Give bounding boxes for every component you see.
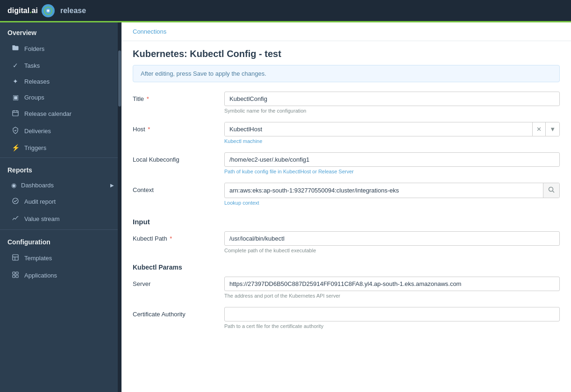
- local-kubeconfig-row: Local Kubeconfig Path of kube config fil…: [133, 152, 560, 174]
- host-field: ✕ ▼ Kubectl machine: [224, 122, 560, 144]
- context-row: Context Lookup context: [133, 183, 560, 206]
- release-calendar-label: Release calendar: [24, 110, 71, 117]
- input-section-title: Input: [121, 214, 571, 231]
- product-icon: [42, 4, 55, 17]
- sidebar-scrollbar-thumb: [118, 50, 121, 107]
- sidebar-item-triggers[interactable]: ⚡ Triggers: [0, 140, 121, 156]
- applications-label: Applications: [24, 272, 57, 279]
- main-layout: Overview Folders ✓ Tasks ✦ Releases ▣: [0, 22, 571, 392]
- sidebar: Overview Folders ✓ Tasks ✦ Releases ▣: [0, 22, 121, 392]
- kubectl-path-row: Kubectl Path * Complete path of the kube…: [133, 231, 560, 253]
- sidebar-item-release-calendar[interactable]: Release calendar: [0, 105, 121, 122]
- host-hint: Kubectl machine: [224, 138, 560, 144]
- title-hint: Symbolic name for the configuration: [224, 108, 560, 114]
- sidebar-item-releases[interactable]: ✦ Releases: [0, 73, 121, 89]
- host-clear-button[interactable]: ✕: [532, 122, 545, 136]
- svg-line-16: [553, 191, 555, 193]
- title-field: Symbolic name for the configuration: [224, 92, 560, 114]
- dashboards-left: ◉ Dashboards: [11, 182, 54, 189]
- audit-icon: [11, 197, 20, 206]
- svg-point-2: [47, 10, 49, 12]
- server-hint: The address and port of the Kubernetes A…: [224, 293, 560, 299]
- context-search-button[interactable]: [543, 183, 559, 198]
- tasks-label: Tasks: [24, 62, 40, 69]
- navbar: digital.ai release: [0, 0, 571, 22]
- folders-label: Folders: [24, 45, 44, 52]
- value-stream-label: Value stream: [24, 215, 60, 222]
- kubectl-path-field: Complete path of the kubectl executable: [224, 231, 560, 253]
- reports-header: Reports: [0, 160, 121, 178]
- main-content: Connections Kubernetes: Kubectl Config -…: [121, 22, 571, 392]
- title-input[interactable]: [224, 92, 560, 106]
- kubectl-path-input[interactable]: [224, 231, 560, 246]
- audit-report-label: Audit report: [24, 198, 56, 205]
- sidebar-item-applications[interactable]: Applications: [0, 267, 121, 284]
- breadcrumb-link[interactable]: Connections: [133, 28, 166, 35]
- title-row: Title * Symbolic name for the configurat…: [133, 92, 560, 114]
- svg-rect-12: [16, 272, 18, 274]
- configuration-header: Configuration: [0, 232, 121, 249]
- kubectl-params-title: Kubectl Params: [121, 262, 571, 277]
- host-required: *: [148, 126, 150, 133]
- local-kubeconfig-field: Path of kube config file in KubectlHost …: [224, 152, 560, 174]
- divider-1: [0, 157, 121, 158]
- context-field: Lookup context: [224, 183, 560, 206]
- context-input[interactable]: [225, 184, 543, 197]
- title-required: *: [147, 95, 149, 102]
- kubectl-path-required: *: [170, 235, 172, 242]
- templates-label: Templates: [24, 255, 52, 262]
- sidebar-item-tasks[interactable]: ✓ Tasks: [0, 57, 121, 73]
- server-label: Server: [133, 277, 217, 287]
- context-input-wrapper: [224, 183, 560, 198]
- svg-point-15: [549, 187, 553, 192]
- cert-authority-hint: Path to a cert file for the certificate …: [224, 323, 560, 329]
- context-label: Context: [133, 183, 217, 193]
- host-dropdown-button[interactable]: ▼: [545, 122, 559, 136]
- svg-rect-14: [16, 275, 18, 278]
- divider-2: [0, 229, 121, 230]
- host-input-wrapper: ✕ ▼: [224, 122, 560, 136]
- logo-text: digital.ai: [7, 7, 38, 15]
- input-section-form: Kubectl Path * Complete path of the kube…: [121, 231, 571, 253]
- local-kubeconfig-label: Local Kubeconfig: [133, 152, 217, 163]
- sidebar-item-deliveries[interactable]: Deliveries: [0, 122, 121, 140]
- sidebar-item-templates[interactable]: Templates: [0, 249, 121, 267]
- local-kubeconfig-input[interactable]: [224, 152, 560, 167]
- logo-dot: .: [29, 7, 31, 14]
- cert-authority-field: Path to a cert file for the certificate …: [224, 307, 560, 329]
- breadcrumb-bar: Connections: [121, 22, 571, 41]
- cert-authority-row: Certificate Authority Path to a cert fil…: [133, 307, 560, 329]
- templates-icon: [11, 254, 20, 263]
- svg-rect-11: [13, 272, 15, 274]
- kubectl-path-hint: Complete path of the kubectl executable: [224, 248, 560, 253]
- releases-label: Releases: [24, 78, 50, 85]
- sidebar-scroll: Overview Folders ✓ Tasks ✦ Releases ▣: [0, 22, 121, 392]
- form-section: Title * Symbolic name for the configurat…: [121, 92, 571, 206]
- brand: digital.ai release: [7, 4, 86, 17]
- svg-rect-3: [13, 111, 18, 116]
- kubectl-path-label: Kubectl Path *: [133, 231, 217, 242]
- server-row: Server The address and port of the Kuber…: [133, 277, 560, 299]
- dashboards-icon: ◉: [11, 182, 16, 189]
- host-label: Host *: [133, 122, 217, 133]
- cert-authority-input[interactable]: [224, 307, 560, 321]
- page-title: Kubernetes: Kubectl Config - test: [121, 41, 571, 65]
- sidebar-item-value-stream[interactable]: Value stream: [0, 210, 121, 228]
- triggers-icon: ⚡: [11, 144, 20, 151]
- sidebar-item-dashboards[interactable]: ◉ Dashboards ▶: [0, 178, 121, 193]
- host-input[interactable]: [225, 122, 532, 136]
- calendar-icon: [11, 109, 20, 118]
- svg-rect-13: [13, 275, 15, 278]
- sidebar-item-folders[interactable]: Folders: [0, 40, 121, 57]
- svg-point-7: [13, 198, 18, 204]
- sidebar-item-groups[interactable]: ▣ Groups: [0, 89, 121, 105]
- releases-icon: ✦: [11, 78, 20, 85]
- local-kubeconfig-hint: Path of kube config file in KubectlHost …: [224, 169, 560, 174]
- sidebar-item-audit-report[interactable]: Audit report: [0, 193, 121, 210]
- title-label: Title *: [133, 92, 217, 102]
- server-input[interactable]: [224, 277, 560, 291]
- tasks-icon: ✓: [11, 62, 20, 69]
- cert-authority-label: Certificate Authority: [133, 307, 217, 318]
- sidebar-scrollbar[interactable]: [118, 22, 121, 392]
- overview-header: Overview: [0, 22, 121, 40]
